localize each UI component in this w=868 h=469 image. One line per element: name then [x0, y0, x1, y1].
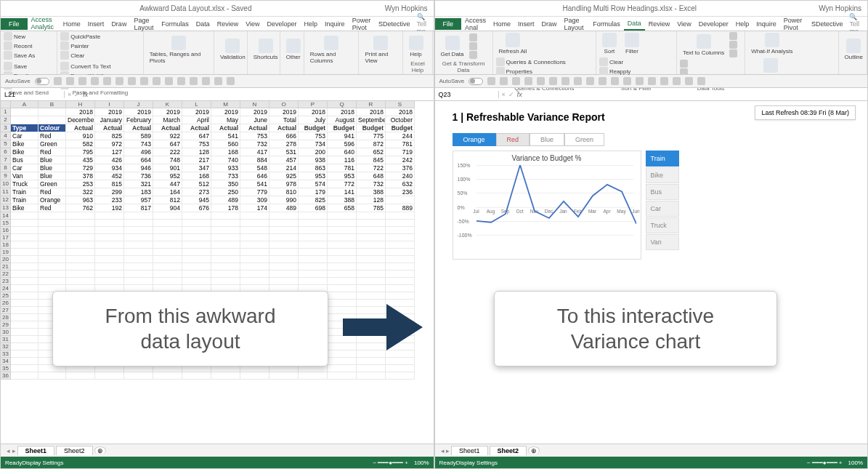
- cell[interactable]: [328, 350, 357, 358]
- cell[interactable]: 753: [182, 140, 211, 148]
- cell[interactable]: [240, 220, 269, 227]
- row-header[interactable]: 11: [1, 188, 11, 196]
- cell[interactable]: Train: [11, 196, 38, 204]
- cell[interactable]: [124, 234, 153, 241]
- cell[interactable]: [153, 212, 182, 220]
- btn-rows-cols[interactable]: Rows and Columns: [307, 35, 356, 65]
- col-header[interactable]: A: [11, 101, 38, 108]
- cell[interactable]: [153, 270, 182, 278]
- cell[interactable]: [11, 256, 38, 263]
- cell[interactable]: 347: [182, 164, 211, 172]
- cell[interactable]: [269, 241, 299, 249]
- cell[interactable]: [211, 241, 240, 249]
- cell[interactable]: [38, 270, 66, 278]
- col-header[interactable]: S: [386, 101, 415, 108]
- cell[interactable]: [269, 234, 299, 241]
- cell[interactable]: Colour: [38, 124, 66, 132]
- cell[interactable]: 299: [95, 188, 124, 196]
- col-header[interactable]: R: [357, 101, 386, 108]
- cell[interactable]: [328, 256, 357, 263]
- cell[interactable]: October: [386, 116, 415, 124]
- cell[interactable]: [182, 241, 211, 249]
- row-header[interactable]: 33: [1, 350, 11, 358]
- cell[interactable]: [211, 212, 240, 220]
- cell[interactable]: 582: [66, 140, 95, 148]
- cell[interactable]: 141: [328, 188, 357, 196]
- cell[interactable]: [386, 196, 415, 204]
- cell[interactable]: 934: [95, 164, 124, 172]
- cell[interactable]: Actual: [269, 124, 299, 132]
- cell[interactable]: 785: [357, 204, 386, 212]
- cell[interactable]: 901: [153, 164, 182, 172]
- cell[interactable]: [211, 278, 240, 285]
- btn-whatif[interactable]: What-If Analysis: [748, 32, 795, 55]
- cell[interactable]: [11, 116, 38, 124]
- cell[interactable]: 321: [124, 180, 153, 188]
- cell[interactable]: [386, 372, 415, 380]
- row-header[interactable]: 28: [1, 314, 11, 321]
- btn-validation[interactable]: Validation: [217, 38, 248, 61]
- cell[interactable]: [328, 234, 357, 241]
- cell[interactable]: January: [95, 116, 124, 124]
- cell[interactable]: Budget: [299, 124, 328, 132]
- rb-new[interactable]: New: [4, 32, 35, 41]
- cell[interactable]: [66, 263, 95, 270]
- cell[interactable]: [357, 358, 386, 365]
- cell[interactable]: [11, 212, 38, 220]
- row-header[interactable]: 17: [1, 234, 11, 241]
- cell[interactable]: [328, 372, 357, 380]
- cell[interactable]: 652: [357, 148, 386, 156]
- cell[interactable]: 640: [328, 148, 357, 156]
- cell[interactable]: [357, 256, 386, 263]
- rb-recent[interactable]: Recent: [4, 41, 35, 50]
- cell[interactable]: Green: [38, 180, 66, 188]
- row-header[interactable]: 32: [1, 343, 11, 350]
- cell[interactable]: Orange: [38, 196, 66, 204]
- cell[interactable]: [357, 285, 386, 292]
- row-header[interactable]: 25: [1, 292, 11, 300]
- cell[interactable]: [386, 350, 415, 358]
- slicer-blue[interactable]: Blue: [530, 133, 564, 146]
- cell[interactable]: 240: [386, 172, 415, 180]
- cell[interactable]: [153, 263, 182, 270]
- cell[interactable]: [328, 270, 357, 278]
- cell[interactable]: 815: [95, 180, 124, 188]
- cell[interactable]: Budget: [328, 124, 357, 132]
- cell[interactable]: [211, 220, 240, 227]
- cell[interactable]: [38, 256, 66, 263]
- cell[interactable]: 128: [357, 196, 386, 204]
- btn-filter[interactable]: Filter: [622, 32, 642, 55]
- cell[interactable]: 925: [269, 172, 299, 180]
- cell[interactable]: [11, 372, 38, 380]
- cell[interactable]: 884: [240, 156, 269, 164]
- cell[interactable]: [240, 256, 269, 263]
- cell[interactable]: 2019: [153, 108, 182, 116]
- cell[interactable]: Bike: [11, 140, 38, 148]
- cell[interactable]: [124, 249, 153, 256]
- ribbon-tab-power-pivot[interactable]: Power Pivot: [349, 15, 375, 33]
- cell[interactable]: 952: [153, 172, 182, 180]
- ribbon-tab-access-anal[interactable]: Access Anal: [461, 15, 490, 33]
- cell[interactable]: 772: [328, 180, 357, 188]
- cell[interactable]: 2019: [95, 108, 124, 116]
- cell[interactable]: [95, 212, 124, 220]
- cell[interactable]: 762: [66, 204, 95, 212]
- row-header[interactable]: 10: [1, 180, 11, 188]
- cell[interactable]: 781: [328, 164, 357, 172]
- cell[interactable]: [38, 249, 66, 256]
- cell[interactable]: [11, 343, 38, 350]
- cell[interactable]: 863: [299, 164, 328, 172]
- row-header[interactable]: 36: [1, 372, 11, 380]
- cell[interactable]: [182, 372, 211, 380]
- cell[interactable]: [11, 314, 38, 321]
- cell[interactable]: 574: [299, 180, 328, 188]
- cell[interactable]: 753: [299, 132, 328, 140]
- cell[interactable]: 417: [240, 148, 269, 156]
- cell[interactable]: July: [299, 116, 328, 124]
- ribbon-tab-home[interactable]: Home: [490, 18, 514, 30]
- cell[interactable]: [153, 249, 182, 256]
- cell[interactable]: 388: [357, 188, 386, 196]
- cell[interactable]: [211, 263, 240, 270]
- cell[interactable]: 946: [124, 164, 153, 172]
- cell[interactable]: [182, 234, 211, 241]
